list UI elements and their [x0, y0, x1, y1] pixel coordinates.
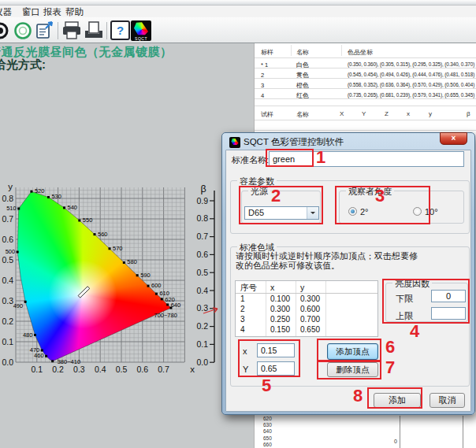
svg-text:540: 540 — [68, 204, 78, 211]
std-row-coords[interactable]: (0.545, 0.454), (0.494, 0.426), (0.444, … — [348, 72, 474, 77]
annotation-box-5 — [238, 339, 300, 377]
window-top-edge — [0, 0, 476, 6]
print-output-icon[interactable] — [84, 20, 104, 41]
svg-text:0.6: 0.6 — [196, 250, 208, 259]
col-beta[interactable]: β — [467, 110, 470, 117]
print-icon[interactable] — [61, 20, 82, 41]
toolbar-separator — [106, 22, 107, 39]
annotation-number-3: 3 — [375, 186, 385, 206]
svg-text:0.0: 0.0 — [196, 357, 208, 367]
row-divider — [255, 57, 476, 58]
row-divider — [255, 78, 476, 79]
svg-text:640: 640 — [171, 302, 181, 309]
col-x[interactable]: x — [407, 110, 410, 117]
svg-text:0.7: 0.7 — [196, 231, 208, 241]
dialog-app-icon — [229, 137, 240, 148]
sqct-label: SQCT — [131, 36, 151, 41]
col-Z[interactable]: Z — [385, 110, 389, 117]
vt-header-line — [236, 293, 377, 294]
annotation-number-1: 1 — [316, 147, 325, 168]
calibration-target-icon[interactable] — [13, 20, 33, 41]
annotation-number-2: 2 — [271, 186, 281, 206]
sqct-logo-icon[interactable]: SQCT — [131, 20, 151, 41]
report-export-icon[interactable] — [35, 20, 55, 41]
svg-text:0.5: 0.5 — [196, 268, 208, 277]
vt-cell[interactable]: 0.300 — [270, 305, 290, 313]
toolbar: ? SQCT — [0, 17, 476, 43]
col-X[interactable]: X — [340, 110, 344, 117]
col-coords[interactable]: 色品坐标 — [348, 48, 373, 57]
row-divider — [255, 68, 476, 68]
col-Y[interactable]: Y — [362, 110, 366, 117]
svg-text:500: 500 — [6, 248, 16, 255]
header-divider — [291, 45, 292, 56]
col-sample[interactable]: 试样 — [261, 110, 273, 119]
background-axis-line — [400, 416, 400, 448]
menu-bar: 仪器 窗口 报表 帮助 — [0, 6, 476, 17]
vt-divider — [325, 281, 326, 336]
cie-labels-overlay: 380~410460470480490500510520530540550560… — [0, 181, 197, 392]
svg-text:0.8: 0.8 — [196, 213, 208, 223]
vt-cell[interactable]: 0.300 — [300, 294, 320, 303]
cie-chromaticity-diagram: 0.10.20.30.40.50.60.70.00.10.20.30.40.50… — [0, 181, 197, 392]
vt-col-y[interactable]: y — [300, 283, 304, 292]
menu-window[interactable]: 窗口 — [22, 6, 40, 18]
dialog-title-bar[interactable]: SQCT 色彩管理控制软件 — [229, 136, 344, 148]
vt-col-x[interactable]: x — [270, 283, 274, 292]
menu-help[interactable]: 帮助 — [65, 6, 84, 18]
svg-text:380~410: 380~410 — [58, 358, 80, 365]
vertex-table[interactable]: 序号 x y 1 0.100 0.300 2 0.300 0.600 3 0.2… — [235, 280, 378, 337]
vt-cell[interactable]: 2 — [240, 305, 245, 313]
dialog-title: SQCT 色彩管理控制软件 — [244, 136, 344, 148]
wavelength-item: 650 — [263, 435, 272, 442]
instrument-icon[interactable] — [0, 20, 10, 41]
col-standard[interactable]: 标样 — [261, 48, 273, 57]
geometry-label: 给光方式: — [0, 57, 46, 72]
cancel-button[interactable]: 取消 — [430, 393, 465, 408]
annotation-box-4 — [382, 279, 470, 324]
annotation-box-1 — [266, 149, 314, 167]
vt-cell[interactable]: 1 — [240, 294, 245, 303]
vt-col-index[interactable]: 序号 — [240, 283, 257, 294]
svg-text:560: 560 — [98, 231, 108, 238]
std-row-coords[interactable]: (0.558, 0.352), (0.636, 0.364), (0.570, … — [348, 82, 474, 87]
svg-text:0.2: 0.2 — [196, 321, 208, 331]
col-name[interactable]: 名称 — [296, 48, 309, 57]
svg-text:0.1: 0.1 — [196, 339, 208, 349]
col-name[interactable]: 名称 — [296, 110, 309, 119]
close-icon[interactable]: × — [440, 132, 467, 145]
svg-text:0.9: 0.9 — [196, 196, 208, 205]
row-divider — [255, 88, 476, 89]
svg-text:570: 570 — [113, 245, 123, 252]
svg-text:520: 520 — [35, 187, 45, 194]
vt-divider — [296, 281, 296, 336]
background-axis-line — [463, 416, 463, 448]
col-y[interactable]: y — [429, 110, 432, 117]
vt-cell[interactable]: 0.250 — [270, 315, 290, 324]
std-row-coords[interactable]: (0.735, 0.265), (0.681, 0.239), (0.579, … — [348, 92, 474, 98]
vt-cell[interactable]: 0.600 — [300, 305, 320, 313]
annotation-number-4: 4 — [410, 321, 419, 342]
wavelength-item: 620 — [263, 416, 272, 422]
wavelength-list: 620 630 640 650 660 — [263, 416, 272, 448]
svg-text:0.4: 0.4 — [196, 286, 208, 295]
vt-cell[interactable]: 0.650 — [300, 325, 320, 334]
menu-instrument[interactable]: 仪器 — [0, 6, 12, 18]
wavelength-item: 630 — [263, 422, 272, 428]
help-icon[interactable]: ? — [110, 20, 131, 41]
svg-text:510: 510 — [6, 205, 17, 212]
instruction-line2: 改的色品坐标可修改该值。 — [236, 260, 340, 272]
vt-cell[interactable]: 3 — [240, 315, 245, 324]
annotation-box-7 — [317, 361, 381, 380]
vt-cell[interactable]: 4 — [240, 325, 245, 334]
vt-cell[interactable]: 0.100 — [270, 294, 290, 303]
svg-text:0.3: 0.3 — [196, 303, 208, 313]
annotation-box-8 — [367, 387, 422, 409]
axis-zero-label: 0 — [385, 439, 397, 444]
vt-cell[interactable]: 0.700 — [300, 315, 320, 324]
menu-report[interactable]: 报表 — [43, 6, 61, 18]
annotation-box-2 — [239, 186, 323, 224]
std-row-coords[interactable]: (0.350, 0.360), (0.305, 0.315), (0.295, … — [348, 61, 474, 67]
annotation-number-8: 8 — [353, 386, 363, 406]
vt-cell[interactable]: 0.150 — [270, 325, 290, 334]
